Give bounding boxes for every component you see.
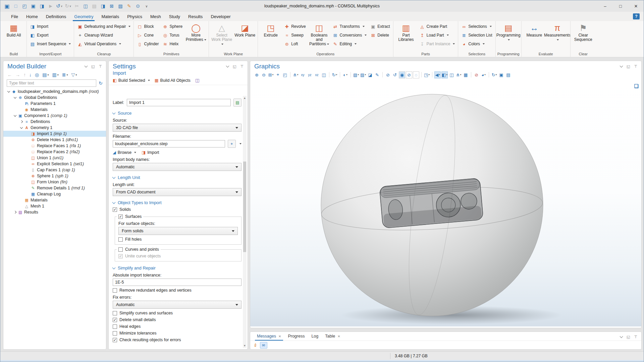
expand-all-icon[interactable]: ▥▾ bbox=[52, 72, 58, 77]
deselect-entities-icon[interactable]: ✎ bbox=[374, 71, 380, 78]
float-panel-icon[interactable]: ◱ bbox=[91, 64, 95, 69]
selections-button[interactable]: ∞Selections bbox=[460, 22, 493, 31]
tree-node-materials[interactable]: ◉Materials bbox=[3, 107, 106, 113]
minimize-tolerances-checkbox[interactable] bbox=[113, 331, 117, 336]
source-section-header[interactable]: Source bbox=[113, 111, 241, 116]
qat-redo-icon[interactable]: ↻∨ bbox=[64, 2, 72, 10]
qat-delete-icon[interactable]: ⊠ bbox=[108, 2, 116, 10]
filter-icon[interactable]: ▽▾ bbox=[71, 72, 77, 77]
solids-checkbox-row[interactable]: Solids bbox=[113, 207, 241, 212]
view-visible-icon[interactable]: ⊘ bbox=[406, 71, 412, 78]
print-icon[interactable]: ▤ bbox=[505, 71, 512, 78]
show-icon[interactable]: ◎ bbox=[35, 72, 39, 77]
minimize-button[interactable]: – bbox=[597, 0, 613, 12]
tree-expander[interactable] bbox=[19, 127, 24, 128]
qat-run-icon[interactable]: ▶ bbox=[47, 2, 55, 10]
tree-node-form-union-fin[interactable]: ◫Form Union(fin) bbox=[3, 179, 106, 185]
tab-progress[interactable]: Progress bbox=[284, 332, 308, 341]
panel-menu-icon[interactable] bbox=[226, 64, 229, 68]
tab-messages[interactable]: Messages✕ bbox=[254, 332, 284, 341]
float-panel-icon[interactable]: ◱ bbox=[627, 64, 630, 69]
tree-node-loudspeaker-modeling-domains-mph-root[interactable]: ◆loudspeaker_modeling_domains.mph(root) bbox=[3, 88, 106, 95]
virtual-operations-button[interactable]: ◭Virtual Operations bbox=[76, 40, 132, 48]
label-input[interactable]: Import 1 bbox=[127, 99, 231, 106]
tree-expander[interactable] bbox=[12, 115, 17, 116]
source-select[interactable]: 3D CAD file bbox=[113, 124, 241, 132]
show-messages-icon[interactable]: ✉ bbox=[260, 342, 267, 349]
collapse-all-icon[interactable]: ▤▾ bbox=[42, 72, 49, 77]
tolerance-input[interactable]: 1E-5 bbox=[113, 279, 241, 286]
select-entities-icon[interactable]: ◪ bbox=[367, 71, 373, 78]
float-panel-icon[interactable]: ◱ bbox=[233, 64, 236, 69]
transforms-button[interactable]: ⇄Transforms bbox=[331, 22, 368, 31]
tree-expander[interactable] bbox=[12, 97, 17, 98]
qat-undo-icon[interactable]: ↺∨ bbox=[55, 2, 63, 10]
clear-messages-icon[interactable]: ✐ bbox=[252, 342, 259, 349]
block-button[interactable]: ◻Block bbox=[136, 22, 160, 31]
simplify-curves-and-surfaces-checkbox[interactable] bbox=[113, 311, 117, 315]
fill-holes-checkbox-row[interactable]: Fill holes bbox=[118, 237, 238, 242]
move-down-icon[interactable]: ↓ bbox=[29, 72, 32, 77]
select-work-plane-button[interactable]: △Select Work Plane bbox=[211, 22, 233, 50]
curves-points-checkbox-row[interactable]: Curves and points bbox=[117, 247, 161, 252]
float-panel-icon[interactable]: ◱ bbox=[627, 335, 630, 339]
qat-save-icon[interactable]: ▣ bbox=[29, 2, 37, 10]
import-button[interactable]: ◨Import bbox=[29, 22, 72, 31]
qat-app-logo-icon[interactable]: ▣ bbox=[3, 2, 11, 10]
tab-study[interactable]: Study bbox=[165, 12, 184, 21]
move-up-icon[interactable]: ↑ bbox=[23, 72, 26, 77]
maximize-button[interactable]: □ bbox=[613, 0, 628, 12]
transparency-icon[interactable]: ◧▾ bbox=[441, 71, 448, 78]
qat-find-icon[interactable]: ⊙ bbox=[134, 2, 142, 10]
colors-button[interactable]: ◕Colors bbox=[460, 40, 493, 48]
cylinder-button[interactable]: ▯Cylinder bbox=[136, 40, 160, 48]
browse-button[interactable]: ◢ Browse bbox=[113, 150, 136, 155]
sphere-button[interactable]: ⊕Sphere bbox=[161, 22, 184, 31]
tab-results[interactable]: Results bbox=[184, 12, 207, 21]
qat-qat-overflow-icon[interactable]: ∨ bbox=[143, 2, 151, 10]
scrollbar-thumb[interactable] bbox=[243, 162, 246, 252]
tree-node-remove-details-1-rmd-1[interactable]: ✎Remove Details 1(rmd 1) bbox=[3, 185, 106, 191]
heal-edges-checkbox[interactable] bbox=[113, 324, 117, 329]
insert-sequence-button[interactable]: ▤Insert Sequence bbox=[29, 40, 72, 48]
filename-options-caret[interactable] bbox=[239, 143, 241, 144]
delete-button[interactable]: ⊠Delete bbox=[369, 31, 391, 40]
tab-file[interactable]: File bbox=[7, 12, 22, 21]
desktop-windows-icon[interactable]: ❑ bbox=[634, 83, 639, 89]
more-primitives-button[interactable]: ◯More Primitives bbox=[185, 22, 207, 50]
length-unit-select[interactable]: From CAD document bbox=[113, 188, 241, 196]
tree-node-materials[interactable]: ▦Materials bbox=[3, 197, 106, 203]
panel-menu-icon[interactable] bbox=[620, 335, 623, 338]
clear-sequence-button[interactable]: ⚑Clear Sequence bbox=[572, 22, 594, 50]
view-hidden-only-icon[interactable]: ◌ bbox=[413, 71, 419, 78]
tree-node-cap-faces-1-cap-1[interactable]: ▯Cap Faces 1(cap 1) bbox=[3, 167, 106, 173]
deselect-box-icon[interactable]: ▨▾ bbox=[360, 71, 366, 78]
delete-small-details-checkbox[interactable] bbox=[113, 318, 117, 322]
tree-node-cleanup-log[interactable]: ▦Cleanup Log bbox=[3, 191, 106, 197]
qat-duplicate-icon[interactable]: ◨ bbox=[99, 2, 107, 10]
create-part-button[interactable]: ◬Create Part bbox=[418, 22, 457, 31]
tree-expander[interactable] bbox=[19, 121, 24, 123]
heal-edges-checkbox-row[interactable]: Heal edges bbox=[113, 324, 241, 329]
fix-errors-select[interactable]: Automatic bbox=[113, 301, 241, 309]
booleans-and-partitions-button[interactable]: ◫Booleans and Partitions bbox=[308, 22, 330, 50]
show-orientation-icon[interactable]: ⋔▾ bbox=[455, 71, 462, 78]
measure-button[interactable]: ↔Measure bbox=[523, 22, 545, 50]
rename-toggle-button[interactable]: ▤ bbox=[233, 99, 241, 107]
remove-redundant-checkbox-row[interactable]: Remove redundant edges and vertices bbox=[113, 288, 241, 293]
import-body-names-select[interactable]: Automatic bbox=[113, 163, 241, 171]
snapshot-icon[interactable]: ▣ bbox=[498, 71, 504, 78]
revolve-button[interactable]: ✚Revolve bbox=[283, 22, 307, 31]
view-hidden-icon[interactable]: ◉ bbox=[399, 71, 405, 78]
tree-node-import-1-imp-1[interactable]: ◨Import 1(imp 1) bbox=[3, 131, 106, 137]
extrude-button[interactable]: ◳Extrude bbox=[260, 22, 282, 50]
build-selected-button[interactable]: ◧ Build Selected bbox=[113, 78, 150, 83]
qat-new-file-icon[interactable]: □ bbox=[12, 2, 20, 10]
tree-node-delete-holes-1-dho1[interactable]: ⊚Delete Holes 1(dho1) bbox=[3, 137, 106, 143]
tree-node-component-1-comp-1[interactable]: ▣Component 1(comp 1) bbox=[3, 113, 106, 119]
torus-button[interactable]: ◎Torus bbox=[161, 31, 184, 40]
forward-icon[interactable]: → bbox=[15, 72, 20, 77]
helix-button[interactable]: ≋Helix bbox=[161, 40, 184, 48]
zoom-box-icon[interactable]: ⊞▾ bbox=[268, 71, 274, 78]
pin-panel-icon[interactable]: ⊤ bbox=[634, 64, 637, 69]
